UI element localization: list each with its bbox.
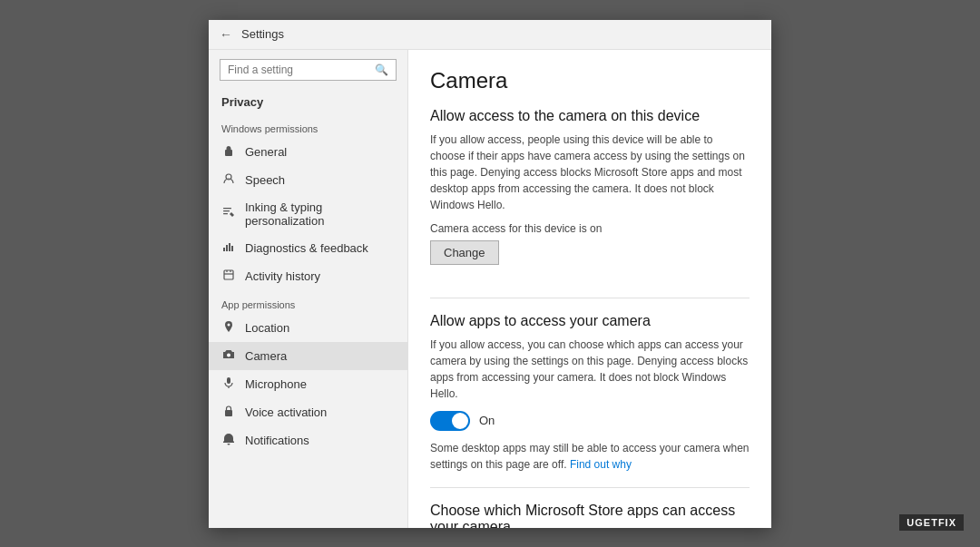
camera-icon	[221, 348, 236, 364]
notifications-icon	[221, 433, 236, 448]
sidebar-item-camera[interactable]: Camera	[209, 342, 407, 370]
svg-rect-9	[224, 270, 233, 279]
sidebar-item-diagnostics[interactable]: Diagnostics & feedback	[209, 234, 407, 262]
sidebar-item-speech[interactable]: Speech	[209, 166, 407, 194]
back-button[interactable]: ←	[220, 27, 232, 42]
speech-icon	[221, 172, 236, 188]
sidebar-item-voice[interactable]: Voice activation	[209, 398, 407, 426]
section2-footer: Some desktop apps may still be able to a…	[430, 440, 750, 473]
diagnostics-icon	[221, 240, 236, 256]
section2-desc: If you allow access, you can choose whic…	[430, 337, 750, 402]
svg-rect-7	[229, 243, 230, 251]
svg-rect-17	[225, 410, 232, 416]
svg-rect-8	[231, 246, 233, 251]
activity-icon	[221, 269, 236, 284]
app-access-toggle-label: On	[479, 414, 495, 427]
camera-access-status: Camera access for this device is on	[430, 222, 750, 235]
section2-title: Allow apps to access your camera	[430, 313, 750, 329]
search-box[interactable]: 🔍	[220, 59, 397, 81]
sidebar-item-general-label: General	[245, 145, 287, 159]
sidebar-item-activity[interactable]: Activity history	[209, 262, 407, 290]
sidebar-item-general[interactable]: General	[209, 138, 407, 166]
sidebar-item-microphone-label: Microphone	[245, 377, 307, 391]
sidebar-item-inking-label: Inking & typing personalization	[245, 200, 395, 228]
find-out-why-link[interactable]: Find out why	[570, 458, 632, 471]
section3-title: Choose which Microsoft Store apps can ac…	[430, 503, 750, 528]
page-title: Camera	[430, 68, 750, 93]
main-content: Camera Allow access to the camera on thi…	[408, 50, 771, 528]
sidebar: 🔍 Privacy Windows permissions General Sp…	[209, 50, 408, 528]
window-title: Settings	[241, 27, 284, 41]
sidebar-item-camera-label: Camera	[245, 349, 287, 363]
svg-rect-2	[223, 208, 231, 209]
app-access-toggle-row: On	[430, 411, 750, 431]
divider2	[430, 487, 750, 488]
sidebar-item-inking[interactable]: Inking & typing personalization	[209, 194, 407, 234]
section1-title: Allow access to the camera on this devic…	[430, 108, 750, 124]
search-icon: 🔍	[375, 63, 388, 76]
svg-rect-3	[223, 210, 230, 211]
privacy-label: Privacy	[209, 90, 407, 114]
lock-icon	[221, 144, 236, 160]
svg-rect-0	[225, 150, 232, 156]
microphone-icon	[221, 376, 236, 392]
search-input[interactable]	[228, 63, 369, 76]
voice-icon	[221, 405, 236, 420]
section1-desc: If you allow access, people using this d…	[430, 132, 750, 213]
sidebar-item-activity-label: Activity history	[245, 269, 320, 283]
sidebar-item-location[interactable]: Location	[209, 314, 407, 342]
svg-rect-15	[227, 377, 230, 384]
change-button[interactable]: Change	[430, 240, 499, 265]
inking-icon	[221, 206, 236, 221]
svg-rect-4	[223, 213, 228, 214]
divider1	[430, 298, 750, 298]
windows-permissions-label: Windows permissions	[209, 114, 407, 138]
watermark: UGETFIX	[899, 514, 964, 531]
sidebar-item-notifications[interactable]: Notifications	[209, 426, 407, 454]
app-permissions-label: App permissions	[209, 290, 407, 314]
sidebar-item-microphone[interactable]: Microphone	[209, 370, 407, 398]
sidebar-item-speech-label: Speech	[245, 173, 285, 187]
sidebar-item-diagnostics-label: Diagnostics & feedback	[245, 241, 368, 255]
svg-rect-5	[223, 248, 225, 251]
sidebar-item-notifications-label: Notifications	[245, 434, 309, 447]
sidebar-item-voice-label: Voice activation	[245, 405, 327, 419]
app-access-toggle[interactable]	[430, 411, 470, 431]
location-icon	[221, 320, 236, 336]
svg-point-14	[227, 353, 230, 357]
sidebar-item-location-label: Location	[245, 321, 289, 335]
svg-point-13	[228, 323, 230, 326]
svg-rect-6	[226, 245, 228, 251]
